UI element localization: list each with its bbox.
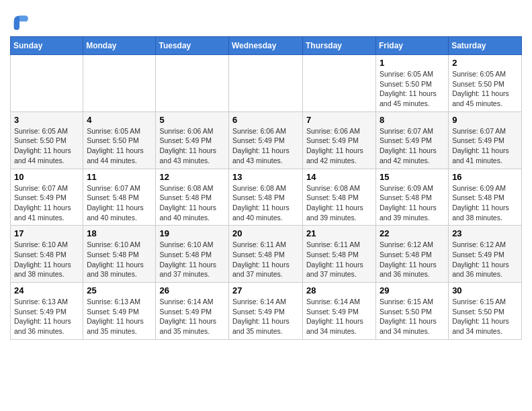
calendar-cell: 5Sunrise: 6:06 AM Sunset: 5:49 PM Daylig…	[156, 111, 229, 169]
calendar-cell: 15Sunrise: 6:09 AM Sunset: 5:48 PM Dayli…	[376, 169, 449, 226]
calendar-cell: 13Sunrise: 6:08 AM Sunset: 5:48 PM Dayli…	[229, 169, 303, 226]
calendar-cell: 4Sunrise: 6:05 AM Sunset: 5:50 PM Daylig…	[83, 111, 156, 169]
day-info: Sunrise: 6:15 AM Sunset: 5:50 PM Dayligh…	[452, 297, 518, 336]
day-number: 17	[14, 228, 79, 238]
day-info: Sunrise: 6:12 AM Sunset: 5:49 PM Dayligh…	[452, 240, 518, 279]
calendar-header-row: SundayMondayTuesdayWednesdayThursdayFrid…	[11, 37, 522, 55]
page-header	[10, 7, 522, 31]
calendar-week-3: 10Sunrise: 6:07 AM Sunset: 5:49 PM Dayli…	[11, 169, 522, 226]
day-number: 8	[380, 115, 445, 125]
day-info: Sunrise: 6:07 AM Sunset: 5:49 PM Dayligh…	[380, 126, 445, 166]
logo	[10, 11, 32, 31]
calendar-cell	[303, 55, 376, 112]
day-number: 20	[232, 228, 299, 238]
calendar-cell: 24Sunrise: 6:13 AM Sunset: 5:49 PM Dayli…	[11, 283, 83, 340]
day-info: Sunrise: 6:05 AM Sunset: 5:50 PM Dayligh…	[452, 69, 518, 109]
calendar-cell: 26Sunrise: 6:14 AM Sunset: 5:49 PM Dayli…	[156, 283, 229, 340]
calendar-cell: 28Sunrise: 6:14 AM Sunset: 5:49 PM Dayli…	[303, 283, 376, 340]
calendar-cell: 8Sunrise: 6:07 AM Sunset: 5:49 PM Daylig…	[376, 111, 449, 169]
calendar-cell: 17Sunrise: 6:10 AM Sunset: 5:48 PM Dayli…	[11, 226, 83, 283]
day-number: 13	[232, 172, 299, 182]
logo-icon	[10, 12, 29, 31]
day-info: Sunrise: 6:07 AM Sunset: 5:49 PM Dayligh…	[452, 126, 518, 166]
calendar-cell: 22Sunrise: 6:12 AM Sunset: 5:48 PM Dayli…	[376, 226, 449, 283]
calendar-cell: 27Sunrise: 6:14 AM Sunset: 5:49 PM Dayli…	[229, 283, 303, 340]
calendar-cell: 6Sunrise: 6:06 AM Sunset: 5:49 PM Daylig…	[229, 111, 303, 169]
day-number: 24	[14, 285, 79, 295]
day-info: Sunrise: 6:06 AM Sunset: 5:49 PM Dayligh…	[306, 126, 372, 166]
day-info: Sunrise: 6:14 AM Sunset: 5:49 PM Dayligh…	[232, 297, 299, 336]
calendar-cell: 20Sunrise: 6:11 AM Sunset: 5:48 PM Dayli…	[229, 226, 303, 283]
day-number: 4	[87, 115, 152, 125]
day-number: 16	[452, 172, 518, 182]
day-number: 9	[452, 115, 518, 125]
day-number: 5	[159, 115, 225, 125]
day-number: 18	[87, 228, 152, 238]
day-info: Sunrise: 6:13 AM Sunset: 5:49 PM Dayligh…	[87, 297, 152, 336]
calendar-week-1: 1Sunrise: 6:05 AM Sunset: 5:50 PM Daylig…	[11, 55, 522, 112]
day-info: Sunrise: 6:05 AM Sunset: 5:50 PM Dayligh…	[87, 126, 152, 166]
day-info: Sunrise: 6:11 AM Sunset: 5:48 PM Dayligh…	[232, 240, 299, 279]
calendar-cell	[11, 55, 83, 112]
day-info: Sunrise: 6:11 AM Sunset: 5:48 PM Dayligh…	[306, 240, 372, 279]
calendar-table: SundayMondayTuesdayWednesdayThursdayFrid…	[10, 36, 522, 340]
day-number: 14	[306, 172, 372, 182]
day-info: Sunrise: 6:08 AM Sunset: 5:48 PM Dayligh…	[159, 183, 225, 223]
col-header-thursday: Thursday	[303, 37, 376, 55]
day-number: 15	[380, 172, 445, 182]
day-info: Sunrise: 6:08 AM Sunset: 5:48 PM Dayligh…	[306, 183, 372, 223]
day-info: Sunrise: 6:05 AM Sunset: 5:50 PM Dayligh…	[14, 126, 79, 166]
col-header-monday: Monday	[83, 37, 156, 55]
day-info: Sunrise: 6:07 AM Sunset: 5:48 PM Dayligh…	[87, 183, 152, 223]
calendar-cell: 18Sunrise: 6:10 AM Sunset: 5:48 PM Dayli…	[83, 226, 156, 283]
day-number: 11	[87, 172, 152, 182]
day-number: 2	[452, 58, 518, 68]
calendar-week-2: 3Sunrise: 6:05 AM Sunset: 5:50 PM Daylig…	[11, 111, 522, 169]
calendar-cell	[156, 55, 229, 112]
day-number: 3	[14, 115, 79, 125]
day-number: 1	[380, 58, 445, 68]
day-number: 25	[87, 285, 152, 295]
day-number: 22	[380, 228, 445, 238]
calendar-cell: 10Sunrise: 6:07 AM Sunset: 5:49 PM Dayli…	[11, 169, 83, 226]
day-number: 30	[452, 285, 518, 295]
calendar-cell: 12Sunrise: 6:08 AM Sunset: 5:48 PM Dayli…	[156, 169, 229, 226]
calendar-cell: 30Sunrise: 6:15 AM Sunset: 5:50 PM Dayli…	[449, 283, 522, 340]
day-number: 10	[14, 172, 79, 182]
calendar-cell: 14Sunrise: 6:08 AM Sunset: 5:48 PM Dayli…	[303, 169, 376, 226]
calendar-cell: 19Sunrise: 6:10 AM Sunset: 5:48 PM Dayli…	[156, 226, 229, 283]
day-number: 12	[159, 172, 225, 182]
day-number: 29	[380, 285, 445, 295]
calendar-cell: 23Sunrise: 6:12 AM Sunset: 5:49 PM Dayli…	[449, 226, 522, 283]
day-number: 21	[306, 228, 372, 238]
day-info: Sunrise: 6:14 AM Sunset: 5:49 PM Dayligh…	[159, 297, 225, 336]
calendar-week-5: 24Sunrise: 6:13 AM Sunset: 5:49 PM Dayli…	[11, 283, 522, 340]
day-info: Sunrise: 6:08 AM Sunset: 5:48 PM Dayligh…	[232, 183, 299, 223]
day-info: Sunrise: 6:09 AM Sunset: 5:48 PM Dayligh…	[452, 183, 518, 223]
day-number: 6	[232, 115, 299, 125]
calendar-cell: 25Sunrise: 6:13 AM Sunset: 5:49 PM Dayli…	[83, 283, 156, 340]
col-header-sunday: Sunday	[11, 37, 83, 55]
day-number: 23	[452, 228, 518, 238]
calendar-cell: 16Sunrise: 6:09 AM Sunset: 5:48 PM Dayli…	[449, 169, 522, 226]
calendar-cell	[229, 55, 303, 112]
day-info: Sunrise: 6:06 AM Sunset: 5:49 PM Dayligh…	[159, 126, 225, 166]
day-number: 7	[306, 115, 372, 125]
calendar-cell	[83, 55, 156, 112]
calendar-cell: 11Sunrise: 6:07 AM Sunset: 5:48 PM Dayli…	[83, 169, 156, 226]
calendar-week-4: 17Sunrise: 6:10 AM Sunset: 5:48 PM Dayli…	[11, 226, 522, 283]
col-header-saturday: Saturday	[449, 37, 522, 55]
day-info: Sunrise: 6:05 AM Sunset: 5:50 PM Dayligh…	[380, 69, 445, 109]
day-number: 26	[159, 285, 225, 295]
calendar-cell: 9Sunrise: 6:07 AM Sunset: 5:49 PM Daylig…	[449, 111, 522, 169]
calendar-cell: 3Sunrise: 6:05 AM Sunset: 5:50 PM Daylig…	[11, 111, 83, 169]
day-info: Sunrise: 6:09 AM Sunset: 5:48 PM Dayligh…	[380, 183, 445, 223]
calendar-cell: 2Sunrise: 6:05 AM Sunset: 5:50 PM Daylig…	[449, 55, 522, 112]
col-header-wednesday: Wednesday	[229, 37, 303, 55]
calendar-cell: 1Sunrise: 6:05 AM Sunset: 5:50 PM Daylig…	[376, 55, 449, 112]
day-number: 19	[159, 228, 225, 238]
day-info: Sunrise: 6:12 AM Sunset: 5:48 PM Dayligh…	[380, 240, 445, 279]
day-info: Sunrise: 6:15 AM Sunset: 5:50 PM Dayligh…	[380, 297, 445, 336]
day-info: Sunrise: 6:14 AM Sunset: 5:49 PM Dayligh…	[306, 297, 372, 336]
day-info: Sunrise: 6:10 AM Sunset: 5:48 PM Dayligh…	[159, 240, 225, 279]
